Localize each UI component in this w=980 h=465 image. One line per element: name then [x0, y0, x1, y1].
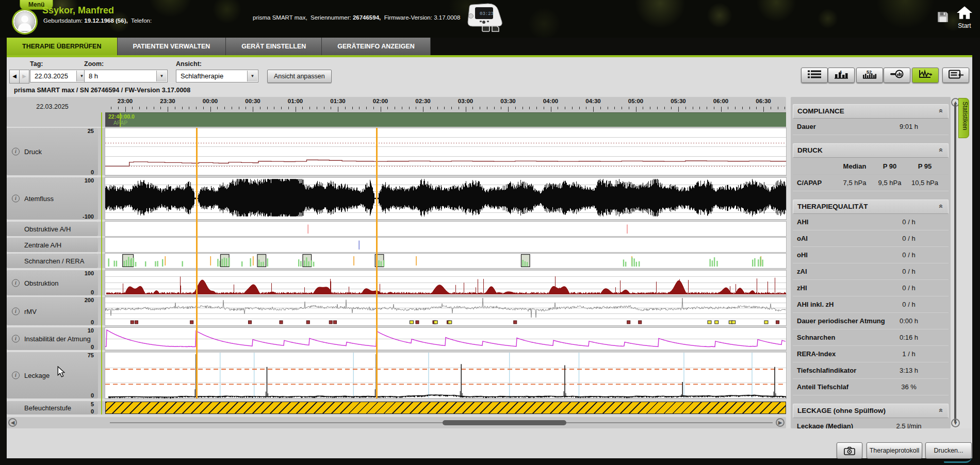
chart-device-title: prisma SMART max / SN 26746594 / FW-Vers… — [14, 87, 190, 94]
therapy-session-band[interactable]: 22:40:00.0APAP — [105, 112, 786, 127]
report-view-button[interactable] — [942, 68, 969, 83]
info-icon[interactable]: i — [12, 279, 20, 287]
statistics-panel: COMPLIANCE«Dauer9:01 hDRUCK«MedianP 90P … — [791, 97, 951, 428]
plot-befeuchter — [98, 401, 786, 414]
info-icon[interactable]: i — [12, 335, 20, 343]
list-view-button[interactable] — [801, 68, 828, 83]
window-corner-decoration — [944, 457, 972, 463]
zoom-select[interactable]: 8 h▼ — [84, 70, 168, 82]
view-select[interactable]: Schlaftherapie▼ — [176, 70, 258, 82]
statistics-52-weeks-button[interactable]: 52 — [856, 68, 883, 83]
canvas-instab[interactable] — [105, 327, 786, 350]
time-tick-label: 03:00 — [458, 98, 473, 104]
scroll-right-icon[interactable]: ▶ — [776, 418, 785, 427]
birthdate-value: 19.12.1968 (56), — [84, 18, 127, 24]
canvas-schnarchen[interactable] — [105, 254, 786, 268]
panel-section-header[interactable]: LECKAGE (ohne Spülflow)« — [793, 404, 949, 418]
stat-value: 2,5 l/min — [870, 422, 948, 428]
stat-row: zHI0 / h — [793, 280, 949, 296]
row-label-druck: iDruck250 — [7, 128, 98, 175]
statistics-4-days-button[interactable]: 4 — [828, 68, 855, 83]
canvas-oah[interactable] — [105, 222, 786, 236]
canvas-leckage[interactable] — [105, 352, 786, 398]
canvas-rmv[interactable] — [105, 297, 786, 325]
save-icon[interactable] — [936, 10, 950, 24]
tab-gerät-einstellen[interactable]: GERÄT EINSTELLEN — [226, 38, 322, 55]
therapy-protocol-button[interactable]: Therapieprotokoll — [867, 442, 922, 459]
panel-section-header[interactable]: DRUCK« — [793, 143, 949, 158]
tab-statistiken[interactable]: Statistiken — [958, 98, 969, 138]
signal-view-icon — [918, 69, 933, 81]
screenshot-button[interactable] — [837, 442, 862, 459]
row-label-text: Atemfluss — [24, 195, 54, 203]
canvas-atemfluss[interactable] — [105, 177, 786, 220]
time-tick-label: 06:00 — [713, 98, 728, 104]
scrollbar-thumb[interactable] — [443, 420, 566, 425]
stat-value: 0 / h — [870, 301, 948, 308]
next-day-button[interactable]: ▶ — [19, 70, 29, 84]
tab-therapie-überprüfen[interactable]: THERAPIE ÜBERPRÜFEN — [7, 38, 118, 55]
statistics-4-days-icon: 4 — [834, 69, 849, 81]
collapse-icon[interactable]: « — [938, 204, 945, 208]
collapse-icon[interactable]: « — [938, 408, 945, 412]
chevron-down-icon[interactable]: ▼ — [247, 71, 257, 81]
canvas-zah[interactable] — [105, 238, 786, 252]
stat-value: 0:00 h — [870, 317, 948, 325]
scroll-left-icon[interactable]: ◀ — [8, 418, 17, 427]
zoom-statistics-button[interactable] — [884, 68, 910, 83]
info-icon[interactable]: i — [12, 307, 20, 315]
row-label-text: Zentrale A/H — [24, 241, 61, 249]
camera-icon — [844, 446, 855, 455]
humidifier-level-band[interactable] — [105, 402, 786, 414]
panel-section-header[interactable]: COMPLIANCE« — [793, 104, 949, 119]
report-view-icon — [948, 69, 964, 81]
stat-value: 0 / h — [870, 251, 948, 259]
stat-row: Schnarchen0:16 h — [793, 329, 949, 346]
scrollbar-track[interactable] — [110, 422, 773, 423]
info-icon[interactable]: i — [12, 372, 20, 379]
avatar-head — [21, 15, 28, 23]
row-label-oah: Obstruktive A/H — [7, 222, 98, 236]
time-tick-label: 00:30 — [245, 98, 260, 104]
tab-patienten-verwalten[interactable]: PATIENTEN VERWALTEN — [118, 38, 226, 55]
panel-section-header[interactable]: THERAPIEQUALITÄT« — [793, 200, 949, 214]
tab-geräteinfo-anzeigen[interactable]: GERÄTEINFO ANZEIGEN — [322, 38, 431, 55]
scrollbar-thumb[interactable] — [954, 103, 956, 422]
signal-view-button[interactable] — [912, 68, 939, 83]
start-home-button[interactable]: Start — [956, 6, 973, 29]
time-tick-label: 00:00 — [203, 98, 218, 104]
chart-horizontal-scrollbar[interactable]: ◀▶ — [7, 417, 786, 428]
collapse-icon[interactable]: « — [938, 148, 945, 152]
stat-row: Dauer periodischer Atmung0:00 h — [793, 313, 949, 329]
stat-label: oHI — [797, 251, 808, 259]
time-tick-label: 05:30 — [671, 98, 685, 104]
adjust-view-button[interactable]: Ansicht anpassen — [267, 70, 332, 83]
plot-schnarchen — [98, 254, 786, 268]
collapse-icon[interactable]: « — [938, 109, 945, 113]
plot-atemfluss — [98, 177, 786, 220]
date-select[interactable]: 22.03.2025▼ — [30, 70, 88, 82]
therapy-event-line — [196, 128, 198, 398]
panel-scrollbar[interactable]: ▲ ▼ — [951, 98, 959, 427]
row-label-text: Druck — [24, 148, 42, 156]
info-icon[interactable]: i — [12, 195, 20, 203]
section-title: LECKAGE (ohne Spülflow) — [797, 407, 886, 414]
scroll-down-icon[interactable]: ▼ — [951, 419, 960, 427]
canvas-obstruktion[interactable] — [105, 270, 786, 295]
zoom-label: Zoom: — [84, 60, 104, 68]
scale-max: 200 — [85, 297, 94, 303]
serial-value: 26746594, — [353, 14, 381, 21]
home-icon — [956, 6, 973, 20]
stat-row: RERA-Index1 / h — [793, 346, 949, 362]
canvas-druck[interactable] — [105, 128, 786, 175]
firmware-value: 3.17.0008 — [434, 14, 460, 21]
signal-chart-area: 22.03.202523:0023:3000:0000:3001:0001:30… — [7, 97, 786, 428]
info-icon[interactable]: i — [12, 148, 20, 156]
previous-day-button[interactable]: ◀ — [9, 70, 20, 84]
scale-min: 0 — [91, 408, 94, 414]
svg-text:03:23: 03:23 — [480, 11, 494, 16]
chevron-down-icon[interactable]: ▼ — [156, 71, 167, 81]
svg-text:52: 52 — [867, 70, 872, 75]
avatar-body — [18, 23, 31, 31]
table-column-headers: MedianP 90P 95 — [793, 158, 949, 175]
